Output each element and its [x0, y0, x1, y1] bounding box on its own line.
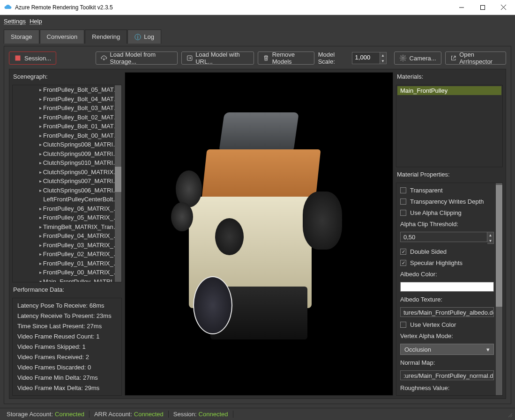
- tree-row[interactable]: ▸FrontPulley_01_MATRIX_Tran...: [13, 259, 121, 268]
- window-title: Azure Remote Rendering Toolkit v2.3.5: [15, 4, 451, 11]
- expand-arrow-icon[interactable]: ▸: [38, 115, 43, 120]
- perf-row: Video Frames Received: 2: [17, 354, 117, 361]
- tree-row[interactable]: ▸FrontPulley_04_MATRIX_Tran...: [13, 231, 121, 241]
- expand-arrow-icon[interactable]: ▸: [38, 160, 43, 165]
- expand-arrow-icon[interactable]: ▸: [38, 96, 43, 102]
- tab-log[interactable]: i Log: [127, 29, 161, 44]
- app-icon: [4, 3, 12, 12]
- tree-row[interactable]: ▾Main_FrontPulley_MATRIX_Tr...: [13, 277, 121, 282]
- cloud-download-icon: [101, 54, 107, 62]
- tab-storage[interactable]: Storage: [4, 29, 39, 44]
- svg-point-8: [402, 57, 404, 59]
- remove-models-button[interactable]: Remove Models: [258, 52, 314, 65]
- vertex-color-checkbox[interactable]: [400, 322, 406, 328]
- model-scale-input[interactable]: 1,000: [352, 52, 380, 64]
- expand-arrow-icon[interactable]: ▸: [38, 151, 43, 156]
- twd-checkbox[interactable]: [400, 199, 406, 205]
- expand-arrow-icon[interactable]: ▸: [38, 105, 43, 111]
- vam-select[interactable]: Occlusion▾: [400, 344, 494, 354]
- material-properties-panel: Transparent Transparency Writes Depth Us…: [396, 183, 503, 396]
- specular-checkbox[interactable]: ✓: [400, 260, 406, 266]
- load-storage-button[interactable]: Load Model from Storage...: [96, 52, 178, 65]
- perf-row: Latency Pose To Receive: 68ms: [17, 302, 117, 309]
- tree-row[interactable]: ▸FrontPulley_Bolt_02_MATRIX...: [13, 113, 121, 122]
- scenegraph-tree[interactable]: ▸FrontPulley_Bolt_05_MATRIX...▸FrontPull…: [12, 85, 122, 282]
- tree-row[interactable]: LeftFrontPulleyCenterBolt_M...: [13, 195, 121, 204]
- tree-row[interactable]: ▸FrontPulley_Bolt_03_MATRIX...: [13, 103, 121, 113]
- menubar: Settings Help: [0, 15, 515, 27]
- materials-list[interactable]: Main_FrontPulley: [396, 85, 503, 167]
- tree-scrollbar[interactable]: [115, 85, 121, 282]
- tree-row[interactable]: ▸FrontPulley_02_MATRIX_Tran...: [13, 250, 121, 259]
- expand-arrow-icon[interactable]: ▸: [38, 206, 43, 211]
- albedo-tex-input[interactable]: tures/Main_FrontPulley_albedo.dds: [400, 307, 494, 317]
- tab-rendering[interactable]: Rendering: [85, 29, 127, 44]
- tree-row[interactable]: ▸ClutchSprings00_MATRIX_Tra...: [13, 168, 121, 177]
- tree-row[interactable]: ▸ClutchSprings010_MATRIX_Tr...: [13, 158, 121, 168]
- expand-arrow-icon[interactable]: ▸: [38, 133, 43, 138]
- svg-rect-6: [15, 56, 20, 60]
- status-bar: Storage Account: Connected ARR Account: …: [0, 408, 515, 420]
- expand-arrow-icon[interactable]: ▸: [38, 224, 43, 229]
- minimize-button[interactable]: [451, 0, 472, 15]
- perf-row: Latency Receive To Present: 23ms: [17, 312, 117, 319]
- expand-arrow-icon[interactable]: ▸: [38, 142, 43, 147]
- resize-grip-icon[interactable]: [506, 411, 513, 418]
- link-icon: [187, 54, 193, 62]
- tree-row[interactable]: ▸ClutchSprings007_MATRIX_Tr...: [13, 177, 121, 186]
- scale-down[interactable]: ▼: [380, 58, 386, 64]
- load-url-button[interactable]: Load Model with URL...: [181, 52, 254, 65]
- tree-row[interactable]: ▸FrontPulley_06_MATRIX_Tran...: [13, 204, 121, 214]
- tree-row[interactable]: ▸FrontPulley_03_MATRIX_Tran...: [13, 241, 121, 250]
- expand-arrow-icon[interactable]: ▸: [38, 188, 43, 193]
- expand-arrow-icon[interactable]: ▾: [38, 279, 43, 282]
- expand-arrow-icon[interactable]: ▸: [38, 87, 43, 92]
- expand-arrow-icon[interactable]: ▸: [38, 243, 43, 248]
- menu-settings[interactable]: Settings: [4, 18, 26, 25]
- close-button[interactable]: [493, 0, 514, 15]
- session-button[interactable]: Session...: [9, 52, 56, 65]
- albedo-color-swatch[interactable]: [400, 282, 494, 292]
- tab-conversion[interactable]: Conversion: [40, 29, 85, 44]
- tree-row[interactable]: ▸FrontPulley_Bolt_04_MATRIX...: [13, 95, 121, 104]
- expand-arrow-icon[interactable]: ▸: [38, 261, 43, 266]
- normal-input[interactable]: :ures/Main_FrontPulley_normal.dds: [400, 370, 494, 380]
- tree-row[interactable]: ▸TimingBelt_MATRIX_Translati...: [13, 222, 121, 232]
- tree-row[interactable]: ▸ClutchSprings009_MATRIX_Tr...: [13, 149, 121, 159]
- camera-button[interactable]: Camera...: [394, 52, 441, 65]
- props-scrollbar[interactable]: [496, 183, 502, 395]
- scale-up[interactable]: ▲: [380, 52, 386, 58]
- stop-icon: [14, 54, 22, 62]
- tree-row[interactable]: ▸FrontPulley_Bolt_01_MATRIX...: [13, 122, 121, 131]
- open-inspector-button[interactable]: Open ArrInspector: [445, 52, 506, 65]
- menu-help[interactable]: Help: [30, 18, 42, 25]
- tree-row[interactable]: ▸FrontPulley_Bolt_00_MATRIX...: [13, 131, 121, 140]
- tree-row[interactable]: ▸FrontPulley_05_MATRIX_Tran...: [13, 213, 121, 222]
- trash-icon: [263, 54, 269, 62]
- perf-row: Time Since Last Present: 27ms: [17, 323, 117, 330]
- expand-arrow-icon[interactable]: ▸: [38, 215, 43, 220]
- normal-label: Normal Map:: [400, 359, 494, 366]
- expand-arrow-icon[interactable]: ▸: [38, 169, 43, 175]
- external-link-icon: [450, 54, 456, 62]
- render-viewport[interactable]: [125, 72, 393, 396]
- maximize-button[interactable]: [472, 0, 493, 15]
- info-icon: i: [134, 34, 141, 40]
- svg-text:i: i: [137, 34, 139, 39]
- expand-arrow-icon[interactable]: ▸: [38, 233, 43, 238]
- tree-row[interactable]: ▸FrontPulley_Bolt_05_MATRIX...: [13, 85, 121, 95]
- double-sided-checkbox[interactable]: ✓: [400, 249, 406, 255]
- tree-row[interactable]: ▸ClutchSprings008_MATRIX_Tr...: [13, 140, 121, 149]
- alpha-clip-checkbox[interactable]: [400, 210, 406, 216]
- expand-arrow-icon[interactable]: ▸: [38, 178, 43, 184]
- toolbar: Session... Load Model from Storage... Lo…: [9, 51, 506, 65]
- material-item-selected[interactable]: Main_FrontPulley: [397, 86, 501, 95]
- act-input[interactable]: 0,50: [400, 232, 487, 242]
- expand-arrow-icon[interactable]: ▸: [38, 251, 43, 257]
- tree-row[interactable]: ▸ClutchSprings006_MATRIX_Tr...: [13, 186, 121, 195]
- expand-arrow-icon[interactable]: ▸: [38, 124, 43, 129]
- expand-arrow-icon[interactable]: ▸: [38, 270, 43, 275]
- transparent-checkbox[interactable]: [400, 187, 406, 193]
- tree-row[interactable]: ▸FrontPulley_00_MATRIX_Tran...: [13, 268, 121, 277]
- perf-row: Video Frame Min Delta: 27ms: [17, 374, 117, 381]
